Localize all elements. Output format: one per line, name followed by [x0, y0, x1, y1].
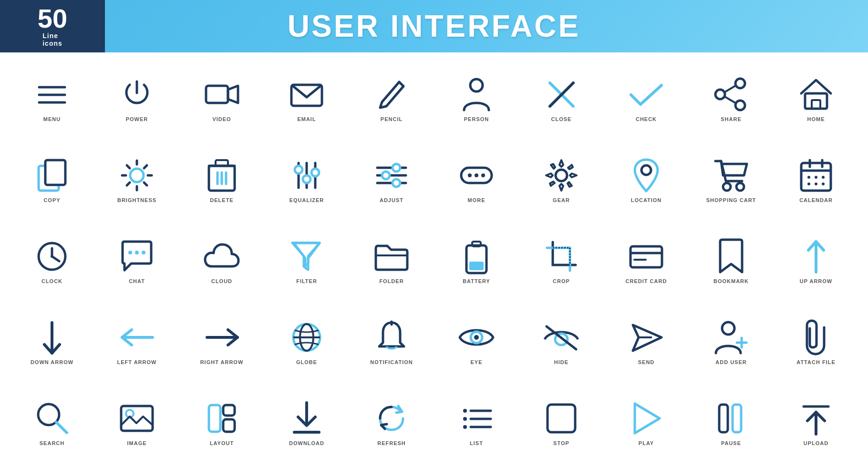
icon-hide: HIDE: [519, 300, 604, 381]
clock-icon: [33, 237, 71, 275]
svg-rect-76: [553, 248, 570, 265]
more-icon: [457, 156, 496, 194]
svg-point-59: [807, 176, 810, 179]
hide-icon: [542, 318, 580, 356]
icon-attach-file: ATTACH FILE: [774, 300, 858, 381]
icon-stop: STOP: [519, 381, 604, 462]
icon-layout: LAYOUT: [179, 381, 264, 462]
equalizer-icon: [288, 156, 326, 194]
page-title: USER INTERFACE: [288, 9, 580, 44]
svg-point-106: [463, 409, 467, 413]
icon-left-arrow: LEFT ARROW: [94, 300, 179, 381]
svg-point-46: [393, 179, 400, 187]
svg-point-61: [822, 176, 825, 179]
svg-rect-99: [121, 406, 153, 431]
globe-icon: [288, 318, 326, 356]
svg-rect-112: [548, 405, 575, 432]
svg-point-69: [128, 251, 132, 254]
icon-share: SHARE: [689, 57, 774, 138]
svg-rect-75: [469, 262, 484, 270]
up-arrow-icon: [797, 237, 835, 275]
svg-rect-3: [206, 86, 228, 103]
cloud-icon: [203, 237, 241, 275]
icon-gear: GEAR: [519, 138, 604, 219]
icon-power: POWER: [94, 57, 179, 138]
pencil-icon: [372, 75, 411, 113]
icon-check: CHECK: [604, 57, 689, 138]
svg-point-13: [715, 90, 725, 99]
layout-icon: [203, 399, 241, 437]
svg-point-51: [556, 170, 567, 181]
down-arrow-icon: [33, 318, 71, 356]
icon-notification: NOTIFICATION: [349, 300, 434, 381]
folder-icon: [372, 237, 411, 275]
svg-line-15: [725, 97, 735, 103]
svg-point-53: [723, 183, 731, 191]
battery-icon: [457, 237, 496, 275]
send-icon: [627, 318, 665, 356]
gear-icon: [542, 156, 580, 194]
svg-point-8: [470, 79, 483, 91]
upload-icon: [797, 399, 835, 437]
video-icon: [203, 75, 241, 113]
svg-point-68: [51, 255, 53, 258]
svg-point-62: [807, 183, 810, 185]
header: 50 Lineicons USER INTERFACE: [0, 0, 868, 52]
svg-point-110: [463, 425, 467, 429]
stop-icon: [542, 399, 580, 437]
notification-icon: [372, 318, 411, 356]
email-icon: [288, 75, 326, 113]
svg-rect-102: [223, 405, 235, 416]
pause-icon: [712, 399, 750, 437]
svg-point-44: [393, 164, 400, 172]
icon-adjust: ADJUST: [349, 138, 434, 219]
svg-point-20: [130, 169, 144, 182]
location-icon: [627, 156, 665, 194]
icon-send: SEND: [604, 300, 689, 381]
image-icon: [118, 399, 156, 437]
icon-right-arrow: RIGHT ARROW: [179, 300, 264, 381]
icon-globe: GLOBE: [264, 300, 349, 381]
svg-point-40: [311, 169, 319, 176]
copy-icon: [33, 156, 71, 194]
svg-rect-77: [630, 246, 662, 267]
svg-rect-114: [719, 405, 728, 432]
icon-close: CLOSE: [519, 57, 604, 138]
icon-cloud: CLOUD: [179, 219, 264, 300]
svg-point-108: [463, 417, 467, 421]
icon-play: PLAY: [604, 381, 689, 462]
svg-point-64: [822, 183, 825, 185]
credit-card-icon: [627, 237, 665, 275]
icon-home: HOME: [774, 57, 858, 138]
icon-equalizer: EQUALIZER: [264, 138, 349, 219]
svg-point-39: [303, 175, 310, 183]
icon-bookmark: BOOKMARK: [689, 219, 774, 300]
icon-up-arrow: UP ARROW: [774, 219, 858, 300]
svg-rect-103: [223, 419, 235, 432]
icon-person: PERSON: [434, 57, 519, 138]
icon-video: VIDEO: [179, 57, 264, 138]
icon-eye: EYE: [434, 300, 519, 381]
icon-filter: FILTER: [264, 219, 349, 300]
svg-line-26: [144, 183, 147, 185]
icon-down-arrow: DOWN ARROW: [10, 300, 94, 381]
svg-line-28: [127, 183, 130, 185]
svg-point-54: [736, 183, 744, 191]
download-icon: [288, 399, 326, 437]
refresh-icon: [372, 399, 411, 437]
svg-point-70: [135, 251, 139, 254]
icon-credit-card: CREDIT CARD: [604, 219, 689, 300]
adjust-icon: [372, 156, 411, 194]
bookmark-icon: [712, 237, 750, 275]
svg-point-50: [481, 173, 485, 177]
svg-line-14: [725, 86, 735, 92]
icon-count: 50: [38, 5, 67, 32]
filter-icon: [288, 237, 326, 275]
svg-rect-74: [472, 242, 481, 246]
icon-pause: PAUSE: [689, 381, 774, 462]
icon-calendar: CALENDAR: [774, 138, 858, 219]
icon-folder: FOLDER: [349, 219, 434, 300]
svg-rect-101: [209, 405, 220, 432]
icon-upload: UPLOAD: [774, 381, 858, 462]
play-icon: [627, 399, 665, 437]
